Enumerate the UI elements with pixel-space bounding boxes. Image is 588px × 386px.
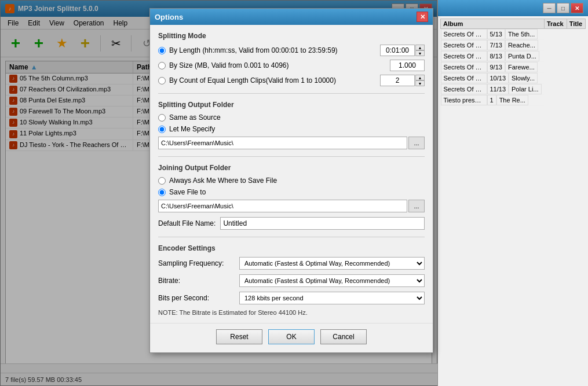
right-maximize-button[interactable]: □	[557, 3, 569, 13]
let-me-specify-radio[interactable]	[158, 126, 166, 133]
joining-path-row: ...	[158, 200, 425, 212]
by-count-label: By Count of Equal Length Clips(Valid fro…	[169, 76, 375, 84]
bitrate-select[interactable]: Automatic (Fastest & Optimal Way, Recomm…	[239, 274, 425, 287]
table-row[interactable]: Secrets Of Seduc... 5/13 The 5th...	[441, 29, 545, 40]
note-text: NOTE: The Bitrate is Estimated for Stere…	[158, 309, 425, 316]
table-row[interactable]: Tiesto presents I... 1 The Re...	[441, 95, 545, 106]
dialog-title: Options	[155, 13, 183, 21]
save-file-to-row: Save File to	[158, 188, 425, 196]
right-panel-content: Album Track Title Secrets Of Seduc... 5/…	[438, 16, 588, 108]
ok-button[interactable]: OK	[268, 329, 315, 344]
table-row[interactable]: Secrets Of Seduc... 10/13 Slowly...	[441, 73, 545, 84]
by-count-spin-up[interactable]: ▲	[415, 75, 425, 80]
splitting-path-input[interactable]	[158, 137, 407, 149]
default-name-row: Default File Name:	[158, 217, 425, 230]
bits-per-second-select[interactable]: 128 kbits per second 192 kbits per secon…	[239, 292, 425, 304]
by-size-label: By Size (MB, Valid from 0.001 to 4096)	[169, 61, 385, 69]
joining-output-title: Joining Output Folder	[158, 164, 425, 172]
col-track: Track	[544, 19, 567, 29]
splitting-output-title: Splitting Output Folder	[158, 101, 425, 109]
by-count-input[interactable]	[380, 75, 415, 86]
options-dialog: Options ✕ Splitting Mode By Length (hh:m…	[149, 8, 433, 353]
by-count-spin-buttons: ▲ ▼	[415, 75, 425, 86]
splitting-path-row: ...	[158, 137, 425, 149]
right-panel: ─ □ ✕ Album Track Title Secrets Of Seduc…	[437, 0, 588, 386]
bitrate-label: Bitrate:	[158, 277, 239, 285]
always-ask-row: Always Ask Me Where to Save File	[158, 177, 425, 185]
table-row[interactable]: Secrets Of Seduc... 8/13 Punta D...	[441, 51, 545, 62]
by-size-input[interactable]	[390, 60, 425, 71]
right-title-controls: ─ □ ✕	[543, 3, 583, 13]
reset-button[interactable]: Reset	[216, 329, 262, 344]
by-length-spin-up[interactable]: ▲	[415, 45, 425, 50]
by-length-input-wrapper: ▲ ▼	[380, 45, 425, 56]
by-count-spin-down[interactable]: ▼	[415, 80, 425, 86]
always-ask-label: Always Ask Me Where to Save File	[169, 177, 425, 185]
bits-per-second-row: Bits per Second: 128 kbits per second 19…	[158, 292, 425, 304]
cancel-button[interactable]: Cancel	[320, 329, 367, 344]
table-row[interactable]: Secrets Of Seduc... 11/13 Polar Li...	[441, 84, 545, 95]
by-count-row: By Count of Equal Length Clips(Valid fro…	[158, 75, 425, 86]
save-file-to-radio[interactable]	[158, 189, 166, 196]
col-album: Album	[441, 19, 545, 29]
splitting-browse-button[interactable]: ...	[408, 137, 425, 149]
right-panel-title-bar: ─ □ ✕	[438, 0, 588, 16]
col-title: Title	[567, 19, 585, 29]
let-me-specify-row: Let Me Specify	[158, 125, 425, 133]
encoder-settings-title: Encoder Settings	[158, 244, 425, 252]
bitrate-row: Bitrate: Automatic (Fastest & Optimal Wa…	[158, 274, 425, 287]
divider-3	[158, 237, 425, 237]
same-as-source-label: Same as Source	[169, 113, 425, 122]
dialog-title-bar: Options ✕	[150, 9, 433, 25]
sampling-frequency-row: Sampling Frequency: Automatic (Fastest &…	[158, 257, 425, 270]
dialog-body: Splitting Mode By Length (hh:mm:ss, Vali…	[150, 25, 433, 323]
by-count-input-wrapper: ▲ ▼	[380, 75, 425, 86]
by-length-label: By Length (hh:mm:ss, Valid from 00:00:01…	[169, 46, 375, 54]
by-length-spin-buttons: ▲ ▼	[415, 45, 425, 56]
right-table: Album Track Title Secrets Of Seduc... 5/…	[440, 19, 586, 106]
splitting-mode-title: Splitting Mode	[158, 32, 425, 40]
by-length-row: By Length (hh:mm:ss, Valid from 00:00:01…	[158, 45, 425, 56]
same-as-source-radio[interactable]	[158, 114, 166, 122]
sampling-frequency-select[interactable]: Automatic (Fastest & Optimal Way, Recomm…	[239, 257, 425, 270]
divider-1	[158, 93, 425, 94]
sampling-frequency-label: Sampling Frequency:	[158, 259, 239, 267]
divider-2	[158, 156, 425, 157]
joining-path-input[interactable]	[158, 200, 407, 212]
table-row[interactable]: Secrets Of Seduc... 9/13 Farewe...	[441, 62, 545, 73]
dialog-close-button[interactable]: ✕	[417, 12, 428, 22]
bits-per-second-label: Bits per Second:	[158, 294, 239, 302]
save-file-to-label: Save File to	[169, 188, 425, 196]
by-count-radio[interactable]	[158, 77, 166, 84]
default-name-label: Default File Name:	[158, 219, 216, 227]
dialog-footer: Reset OK Cancel	[150, 323, 433, 352]
by-size-row: By Size (MB, Valid from 0.001 to 4096)	[158, 60, 425, 71]
always-ask-radio[interactable]	[158, 177, 166, 185]
by-length-radio[interactable]	[158, 47, 166, 54]
table-row[interactable]: Secrets Of Seduc... 7/13 Reache...	[441, 40, 545, 51]
by-length-spin-down[interactable]: ▼	[415, 50, 425, 56]
by-size-radio[interactable]	[158, 62, 166, 69]
by-length-input[interactable]	[380, 45, 415, 56]
let-me-specify-label: Let Me Specify	[169, 125, 425, 133]
right-minimize-button[interactable]: ─	[543, 3, 556, 13]
joining-browse-button[interactable]: ...	[408, 200, 425, 212]
right-close-button[interactable]: ✕	[571, 3, 583, 13]
same-as-source-row: Same as Source	[158, 113, 425, 122]
default-name-input[interactable]	[220, 217, 425, 230]
